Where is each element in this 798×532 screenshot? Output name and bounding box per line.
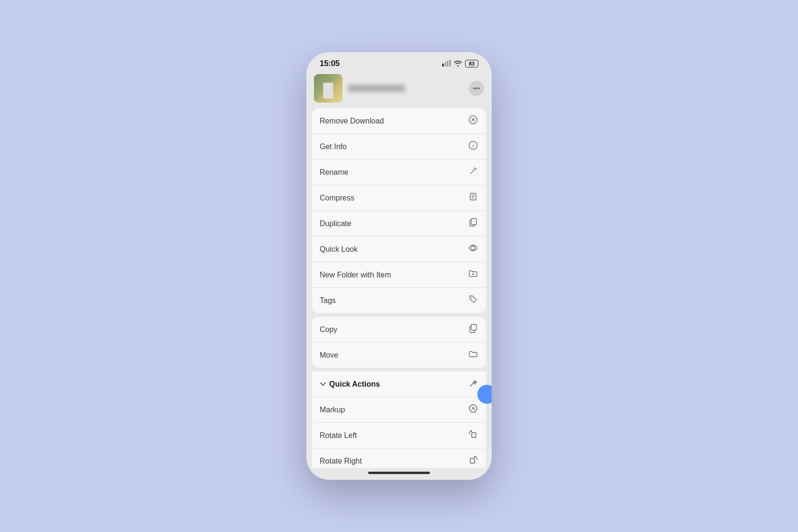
phone-frame: 15:05 83	[306, 52, 492, 480]
svg-rect-3	[449, 60, 451, 66]
compress-icon	[468, 192, 478, 204]
svg-text:i: i	[473, 142, 474, 149]
more-button[interactable]: •••	[469, 81, 484, 96]
svg-rect-2	[447, 61, 448, 66]
menu-item-compress[interactable]: Compress	[312, 185, 486, 211]
svg-rect-25	[472, 433, 476, 437]
new-folder-icon	[468, 269, 478, 281]
menu-item-copy[interactable]: Copy	[312, 317, 486, 342]
menu-item-rename[interactable]: Rename	[312, 160, 486, 185]
file-name-area	[348, 85, 463, 92]
copy-icon	[468, 323, 478, 335]
home-bar	[368, 472, 430, 474]
svg-point-20	[471, 297, 472, 298]
svg-rect-26	[470, 458, 475, 463]
menu-item-rotate-left[interactable]: Rotate Left	[312, 423, 486, 448]
menu-item-rotate-right[interactable]: Rotate Right	[312, 448, 486, 468]
menu-section-1: Remove Download Get Info i	[312, 108, 486, 313]
svg-rect-22	[471, 324, 476, 330]
menu-item-markup[interactable]: Markup	[312, 397, 486, 423]
status-bar: 15:05 83	[306, 52, 492, 72]
svg-point-24	[469, 405, 477, 412]
svg-rect-0	[442, 64, 444, 66]
menu-item-quick-look[interactable]: Quick Look	[312, 237, 486, 262]
battery-icon: 83	[465, 60, 478, 67]
menu-item-duplicate[interactable]: Duplicate	[312, 211, 486, 237]
file-name-blur	[348, 85, 405, 92]
home-indicator	[306, 468, 492, 480]
status-time: 15:05	[320, 59, 340, 68]
svg-rect-1	[445, 62, 446, 66]
menu-item-move[interactable]: Move	[312, 342, 486, 368]
rotate-left-icon	[468, 429, 478, 441]
menu-item-get-info[interactable]: Get Info i	[312, 134, 486, 160]
menu-item-remove-download[interactable]: Remove Download	[312, 108, 486, 134]
tags-icon	[468, 294, 478, 306]
menu-section-2: Copy Move	[312, 317, 486, 368]
rename-icon	[468, 166, 478, 178]
status-icons: 83	[442, 60, 478, 68]
signal-icon	[442, 60, 451, 68]
menu-item-new-folder[interactable]: New Folder with Item	[312, 262, 486, 288]
wand-icon	[469, 378, 478, 390]
svg-rect-16	[471, 218, 476, 225]
get-info-icon: i	[468, 141, 478, 152]
wifi-icon	[454, 60, 462, 68]
quick-actions-header[interactable]: Quick Actions	[312, 371, 486, 397]
file-thumbnail	[314, 74, 342, 103]
chevron-down-icon	[320, 380, 326, 388]
duplicate-icon	[468, 218, 478, 229]
svg-line-9	[471, 169, 475, 173]
remove-download-icon	[468, 115, 478, 127]
svg-point-17	[471, 246, 475, 250]
file-thumbnail-inner	[314, 74, 342, 103]
markup-icon	[468, 404, 478, 416]
quick-look-icon	[468, 243, 478, 255]
quick-actions-section: Quick Actions Markup	[312, 371, 486, 468]
move-icon	[468, 349, 478, 361]
menu-item-tags[interactable]: Tags	[312, 288, 486, 313]
quick-actions-left: Quick Actions	[320, 380, 380, 389]
context-menu-scroll[interactable]: Remove Download Get Info i	[306, 108, 492, 468]
file-header: •••	[306, 72, 492, 108]
rotate-right-icon	[468, 455, 478, 467]
